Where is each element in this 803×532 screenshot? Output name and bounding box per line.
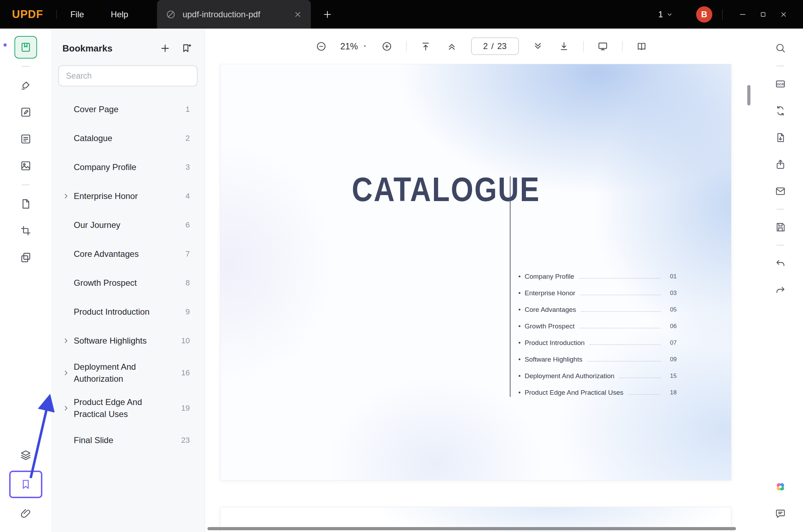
dotted-leader bbox=[590, 344, 660, 345]
chevron-right-icon[interactable] bbox=[62, 404, 70, 412]
bookmark-item[interactable]: Our Journey 6 bbox=[51, 211, 205, 240]
divider bbox=[622, 41, 623, 52]
share-icon bbox=[775, 159, 786, 170]
bookmark-item[interactable]: Software Highlights 10 bbox=[51, 326, 205, 355]
reader-view-button[interactable] bbox=[14, 36, 37, 59]
bookmark-item[interactable]: Company Profile 3 bbox=[51, 153, 205, 182]
close-tab-icon[interactable] bbox=[293, 10, 302, 19]
viewer-toolbar: 21% 2 / 23 bbox=[205, 29, 758, 64]
toc-item: Core Advantages 05 bbox=[519, 301, 677, 318]
maximize-window-button[interactable] bbox=[753, 4, 773, 25]
ai-assistant-button[interactable] bbox=[770, 476, 791, 497]
comment-tool-button[interactable] bbox=[14, 74, 37, 97]
edit-restricted-icon bbox=[165, 9, 176, 20]
menu-file[interactable]: File bbox=[57, 0, 97, 29]
compress-button[interactable] bbox=[770, 127, 791, 148]
chevron-right-icon[interactable] bbox=[62, 337, 70, 345]
bookmark-icon bbox=[20, 478, 32, 490]
chevron-right-icon[interactable] bbox=[62, 192, 70, 200]
last-page-button[interactable] bbox=[557, 39, 571, 53]
edit-tool-button[interactable] bbox=[14, 101, 37, 123]
bookmarks-panel-toggle-button[interactable] bbox=[9, 471, 42, 498]
bookmark-item[interactable]: Cover Page 1 bbox=[51, 95, 205, 124]
mail-icon bbox=[775, 186, 786, 197]
window-count-dropdown[interactable]: 1 bbox=[658, 10, 674, 19]
document-tab[interactable]: updf-introduction-pdf bbox=[157, 0, 311, 29]
rail-divider bbox=[777, 245, 784, 246]
form-tool-button[interactable] bbox=[14, 128, 37, 150]
batch-tool-button[interactable] bbox=[14, 246, 37, 269]
convert-icon bbox=[775, 105, 786, 116]
bookmark-item[interactable]: Catalogue 2 bbox=[51, 124, 205, 153]
share-button[interactable] bbox=[770, 154, 791, 175]
menu-help[interactable]: Help bbox=[97, 0, 141, 29]
bookmark-label: Cover Page bbox=[74, 103, 186, 115]
document-canvas[interactable]: CATALOGUE Company Profile 01 Enterprise bbox=[205, 64, 758, 532]
bookmark-page-number: 8 bbox=[186, 278, 190, 288]
thumbnails-panel-button[interactable] bbox=[14, 444, 37, 466]
next-page-button[interactable] bbox=[531, 39, 545, 53]
user-avatar[interactable]: B bbox=[696, 6, 712, 23]
bookmark-page-number: 6 bbox=[186, 220, 190, 230]
first-page-button[interactable] bbox=[419, 39, 433, 53]
undo-button[interactable] bbox=[770, 253, 791, 274]
bookmark-page-number: 10 bbox=[181, 336, 190, 345]
zoom-out-button[interactable] bbox=[314, 39, 328, 53]
bookmark-item[interactable]: Enterprise Honor 4 bbox=[51, 182, 205, 211]
vertical-scrollbar[interactable] bbox=[747, 85, 750, 105]
active-indicator-dot bbox=[4, 43, 7, 47]
bullet-dot bbox=[519, 325, 520, 327]
toc-label: Product Introduction bbox=[525, 339, 585, 347]
add-bookmark-button[interactable] bbox=[159, 43, 171, 54]
divider bbox=[583, 41, 584, 52]
form-icon bbox=[20, 133, 32, 145]
scroll-to-bottom-icon bbox=[559, 41, 569, 52]
right-toolbar-top: OCR bbox=[770, 29, 791, 303]
chevron-right-icon[interactable] bbox=[62, 369, 70, 377]
close-window-button[interactable] bbox=[773, 4, 794, 25]
bookmark-item[interactable]: Final Slide 23 bbox=[51, 426, 205, 455]
toc-item: Enterprise Honor 03 bbox=[519, 285, 677, 301]
toc-label: Core Advantages bbox=[525, 306, 576, 314]
bookmark-label: Catalogue bbox=[74, 132, 186, 144]
save-button[interactable] bbox=[770, 217, 791, 238]
paperclip-icon bbox=[20, 508, 32, 520]
minimize-window-button[interactable] bbox=[732, 4, 753, 25]
ocr-button[interactable]: OCR bbox=[770, 73, 791, 95]
compress-icon bbox=[775, 132, 786, 143]
feedback-button[interactable] bbox=[770, 503, 791, 524]
attachments-panel-button[interactable] bbox=[14, 502, 37, 525]
bookmark-page-number: 4 bbox=[186, 192, 190, 201]
toc-page-number: 05 bbox=[665, 306, 677, 313]
redo-button[interactable] bbox=[770, 279, 791, 301]
pdf-page-1[interactable]: CATALOGUE Company Profile 01 Enterprise bbox=[220, 64, 731, 480]
bookmark-item[interactable]: Deployment And Authorization 16 bbox=[51, 355, 205, 391]
bookmark-item[interactable]: Product Introduction 9 bbox=[51, 297, 205, 326]
toc-page-number: 07 bbox=[665, 339, 677, 346]
sign-tool-button[interactable] bbox=[14, 155, 37, 177]
toc-item: Deployment And Authorization 15 bbox=[519, 368, 677, 384]
email-button[interactable] bbox=[770, 181, 791, 202]
bookmarks-panel: Bookmarks Cover Page 1 Catalogue 2 bbox=[51, 29, 205, 532]
bookmark-item[interactable]: Product Edge And Practical Uses 19 bbox=[51, 391, 205, 426]
left-toolbar bbox=[0, 29, 51, 532]
bookmarks-search-input[interactable] bbox=[58, 65, 198, 86]
organize-pages-button[interactable] bbox=[14, 193, 37, 215]
page-indicator[interactable]: 2 / 23 bbox=[471, 37, 519, 55]
bookmark-label: Our Journey bbox=[74, 219, 186, 231]
zoom-level-control[interactable]: 21% bbox=[340, 41, 368, 52]
presentation-button[interactable] bbox=[596, 39, 610, 53]
crop-pages-button[interactable] bbox=[14, 219, 37, 242]
reading-mode-button[interactable] bbox=[635, 39, 649, 53]
bookmark-options-button[interactable] bbox=[181, 43, 192, 54]
previous-page-button[interactable] bbox=[445, 39, 459, 53]
search-button[interactable] bbox=[770, 37, 791, 59]
bookmark-label: Product Introduction bbox=[74, 306, 186, 318]
new-tab-icon[interactable] bbox=[322, 9, 333, 20]
horizontal-scrollbar[interactable] bbox=[207, 527, 736, 530]
bookmark-item[interactable]: Core Advantages 7 bbox=[51, 240, 205, 268]
current-page[interactable]: 2 bbox=[483, 41, 488, 51]
zoom-in-button[interactable] bbox=[380, 39, 394, 53]
convert-button[interactable] bbox=[770, 100, 791, 121]
bookmark-item[interactable]: Growth Prospect 8 bbox=[51, 268, 205, 297]
